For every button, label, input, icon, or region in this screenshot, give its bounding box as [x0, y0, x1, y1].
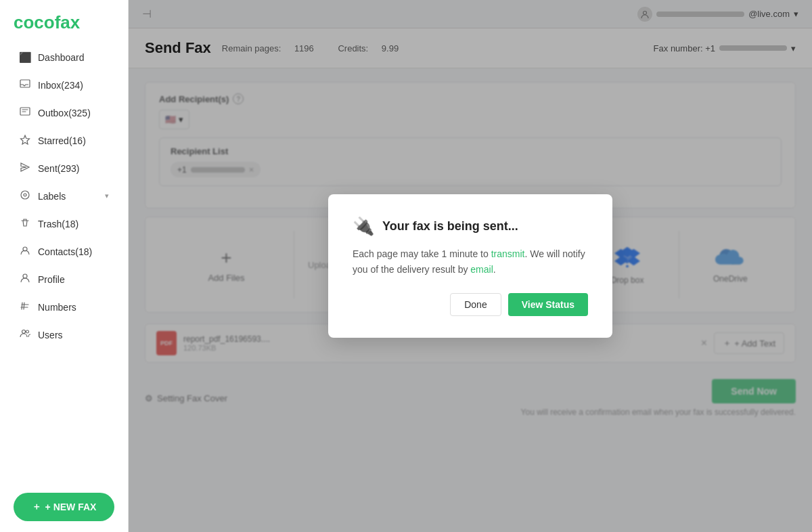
modal-view-status-button[interactable]: View Status	[508, 293, 588, 316]
sidebar: cocofax ⬛ Dashboard Inbox(234) Outbox(32…	[0, 0, 129, 532]
svg-point-6	[23, 274, 27, 278]
inbox-icon	[19, 79, 31, 91]
sidebar-item-profile[interactable]: Profile	[5, 266, 122, 292]
modal-title: Your fax is being sent...	[382, 219, 518, 234]
sidebar-item-numbers[interactable]: Numbers	[5, 294, 122, 320]
sidebar-item-labels[interactable]: Labels ▾	[5, 183, 122, 209]
sidebar-item-inbox[interactable]: Inbox(234)	[5, 72, 122, 98]
main-content: ⊣ @live.com ▾ Send Fax Remain pages: 119…	[129, 0, 812, 532]
sidebar-item-dashboard[interactable]: ⬛ Dashboard	[5, 45, 122, 70]
modal-done-button[interactable]: Done	[450, 293, 501, 316]
svg-point-8	[26, 330, 29, 333]
labels-icon	[19, 190, 31, 202]
plug-icon: 🔌	[353, 216, 374, 237]
svg-point-3	[21, 191, 29, 199]
new-fax-button[interactable]: ＋ + NEW FAX	[14, 493, 114, 521]
sidebar-item-outbox[interactable]: Outbox(325)	[5, 99, 122, 126]
sidebar-item-sent[interactable]: Sent(293)	[5, 155, 122, 181]
numbers-icon	[19, 301, 31, 313]
sent-icon	[19, 162, 31, 175]
sidebar-item-users[interactable]: Users	[5, 322, 122, 348]
profile-icon	[19, 273, 31, 286]
sidebar-item-trash[interactable]: Trash(18)	[5, 210, 122, 237]
logo-area: cocofax	[0, 0, 128, 44]
svg-point-4	[24, 194, 26, 196]
sidebar-item-contacts[interactable]: Contacts(18)	[5, 238, 122, 265]
dashboard-icon: ⬛	[19, 51, 31, 64]
sidebar-item-starred[interactable]: Starred(16)	[5, 127, 122, 154]
outbox-icon	[19, 106, 31, 119]
modal-overlay: 🔌 Your fax is being sent... Each page ma…	[129, 0, 812, 532]
logo: cocofax	[14, 12, 80, 32]
svg-rect-0	[20, 80, 30, 87]
starred-icon	[19, 134, 31, 147]
users-icon	[19, 328, 31, 341]
modal-body: Each page may take 1 minute to transmit.…	[353, 246, 588, 277]
modal-footer: Done View Status	[353, 293, 588, 316]
trash-icon	[19, 217, 31, 230]
svg-point-7	[22, 330, 26, 334]
svg-marker-2	[21, 135, 30, 144]
contacts-icon	[19, 245, 31, 258]
fax-sending-modal: 🔌 Your fax is being sent... Each page ma…	[328, 194, 612, 338]
modal-header: 🔌 Your fax is being sent...	[353, 216, 588, 237]
